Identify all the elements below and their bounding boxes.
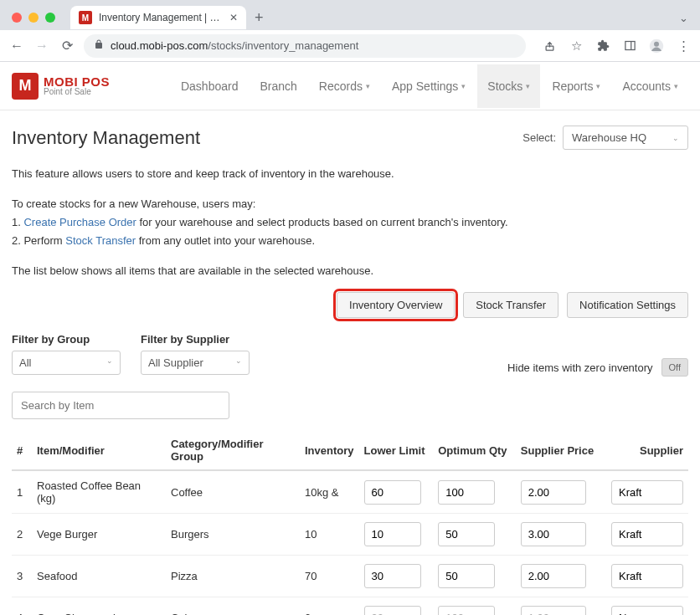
supplier-input[interactable] <box>611 606 683 615</box>
menu-icon[interactable]: ⋮ <box>675 38 692 54</box>
supplier-price-input[interactable] <box>521 606 586 615</box>
col-lower-limit: Lower Limit <box>359 431 434 470</box>
col-item: Item/Modifier <box>32 431 166 470</box>
cell-item: Oreo Cheesecake <box>32 597 166 615</box>
chevron-down-icon: ⌄ <box>106 356 113 369</box>
action-buttons: Inventory Overview Stock Transfer Notifi… <box>12 292 688 318</box>
optimum-qty-input[interactable] <box>438 606 495 615</box>
cell-num: 4 <box>12 597 32 615</box>
chevron-down-icon: ▾ <box>366 82 370 90</box>
table-row: 3SeafoodPizza70 <box>12 556 688 597</box>
col-category: Category/Modifier Group <box>166 431 300 470</box>
close-window-icon[interactable] <box>12 13 22 23</box>
cell-category: Coffee <box>166 470 300 514</box>
bookmark-icon[interactable]: ☆ <box>568 38 584 54</box>
col-supplier-price: Supplier Price <box>516 431 603 470</box>
nav-item-branch[interactable]: Branch <box>250 64 306 108</box>
instruction-2: 2. Perform Stock Transfer from any outle… <box>12 232 688 250</box>
logo-brand: MOBI POS <box>44 75 110 88</box>
nav-item-accounts[interactable]: Accounts▾ <box>612 64 688 108</box>
minimize-window-icon[interactable] <box>28 13 39 23</box>
app-navbar: M MOBI POS Point of Sale DashboardBranch… <box>0 62 700 110</box>
lower-limit-input[interactable] <box>364 606 421 615</box>
search-input[interactable] <box>12 392 229 419</box>
col-optimum-qty: Optimum Qty <box>433 431 516 470</box>
cell-item: Vege Burger <box>32 514 166 556</box>
nav-item-dashboard[interactable]: Dashboard <box>171 64 249 108</box>
lock-icon <box>94 39 104 52</box>
notification-settings-button[interactable]: Notification Settings <box>567 292 688 318</box>
url-host: cloud.mobi-pos.com <box>111 39 208 52</box>
create-purchase-order-link[interactable]: Create Purchase Order <box>23 216 136 228</box>
logo-text: MOBI POS Point of Sale <box>44 75 110 96</box>
page-header: Inventory Management Select: Warehouse H… <box>12 126 688 150</box>
address-bar[interactable]: cloud.mobi-pos.com/stocks/inventory_mana… <box>84 34 526 58</box>
logo-subtitle: Point of Sale <box>44 88 110 96</box>
reload-button[interactable]: ⟳ <box>59 38 75 54</box>
page-content: Inventory Management Select: Warehouse H… <box>0 110 700 615</box>
svg-point-4 <box>654 41 659 46</box>
nav-item-stocks[interactable]: Stocks▾ <box>477 64 540 108</box>
optimum-qty-input[interactable] <box>438 564 495 588</box>
cell-category: Burgers <box>166 514 300 556</box>
extensions-icon[interactable] <box>594 38 611 54</box>
filter-supplier-select[interactable]: All Supplier⌄ <box>141 351 250 375</box>
cell-category: Cakes <box>166 597 300 615</box>
chevron-down-icon: ▾ <box>674 82 678 90</box>
tabs-menu-icon[interactable]: ⌄ <box>679 12 688 24</box>
logo[interactable]: M MOBI POS Point of Sale <box>12 73 110 100</box>
table-header-row: # Item/Modifier Category/Modifier Group … <box>12 431 688 470</box>
inventory-overview-button[interactable]: Inventory Overview <box>337 292 455 318</box>
back-button[interactable]: ← <box>8 38 25 54</box>
nav-item-reports[interactable]: Reports▾ <box>542 64 610 108</box>
supplier-price-input[interactable] <box>521 522 586 546</box>
instructions-header: To create stocks for a new Warehouse, us… <box>12 195 688 213</box>
svg-rect-1 <box>625 42 634 50</box>
intro-line: This feature allows users to store and k… <box>12 165 688 183</box>
cell-item: Roasted Coffee Bean (kg) <box>32 470 166 514</box>
col-inventory: Inventory <box>300 431 359 470</box>
close-tab-icon[interactable]: ✕ <box>229 12 238 23</box>
share-icon[interactable] <box>541 38 558 54</box>
filter-group: Filter by Group All⌄ <box>12 333 121 375</box>
stock-transfer-button[interactable]: Stock Transfer <box>463 292 558 318</box>
nav-item-records[interactable]: Records▾ <box>309 64 380 108</box>
stock-transfer-link[interactable]: Stock Transfer <box>65 234 136 247</box>
nav-item-app-settings[interactable]: App Settings▾ <box>382 64 476 108</box>
supplier-price-input[interactable] <box>521 564 586 588</box>
cell-category: Pizza <box>166 556 300 597</box>
lower-limit-input[interactable] <box>364 564 421 588</box>
table-row: 1Roasted Coffee Bean (kg)Coffee10kg & <box>12 470 688 514</box>
optimum-qty-input[interactable] <box>438 522 495 546</box>
url-path: /stocks/inventory_management <box>208 39 358 52</box>
panel-icon[interactable] <box>621 38 638 54</box>
supplier-input[interactable] <box>611 480 683 505</box>
inventory-table: # Item/Modifier Category/Modifier Group … <box>12 431 688 615</box>
hide-zero-label: Hide items with zero inventory <box>507 361 652 374</box>
cell-inventory: 10kg & <box>300 470 359 514</box>
filter-group-select[interactable]: All⌄ <box>12 351 121 375</box>
intro-text: This feature allows users to store and k… <box>12 165 688 280</box>
tab-title: Inventory Management | MobiP <box>99 12 224 23</box>
cell-item: Seafood <box>32 556 166 597</box>
supplier-price-input[interactable] <box>521 480 586 505</box>
profile-icon[interactable] <box>648 38 665 54</box>
cell-num: 2 <box>12 514 32 556</box>
new-tab-button[interactable]: + <box>255 9 264 27</box>
lower-limit-input[interactable] <box>364 522 421 546</box>
chevron-down-icon: ▾ <box>526 82 530 90</box>
window-controls <box>8 13 62 23</box>
tab-strip: M Inventory Management | MobiP ✕ + ⌄ <box>0 0 700 30</box>
supplier-input[interactable] <box>611 522 683 546</box>
maximize-window-icon[interactable] <box>45 13 55 23</box>
hide-zero-toggle[interactable]: Off <box>661 358 688 377</box>
optimum-qty-input[interactable] <box>438 480 495 505</box>
filter-supplier: Filter by Supplier All Supplier⌄ <box>141 333 250 375</box>
warehouse-select[interactable]: Warehouse HQ ⌄ <box>563 126 688 150</box>
cell-inventory: 70 <box>300 556 359 597</box>
supplier-input[interactable] <box>611 564 683 588</box>
browser-tab[interactable]: M Inventory Management | MobiP ✕ <box>70 6 246 29</box>
lower-limit-input[interactable] <box>364 480 421 505</box>
favicon-icon: M <box>79 11 92 24</box>
chevron-down-icon: ⌄ <box>672 134 679 142</box>
